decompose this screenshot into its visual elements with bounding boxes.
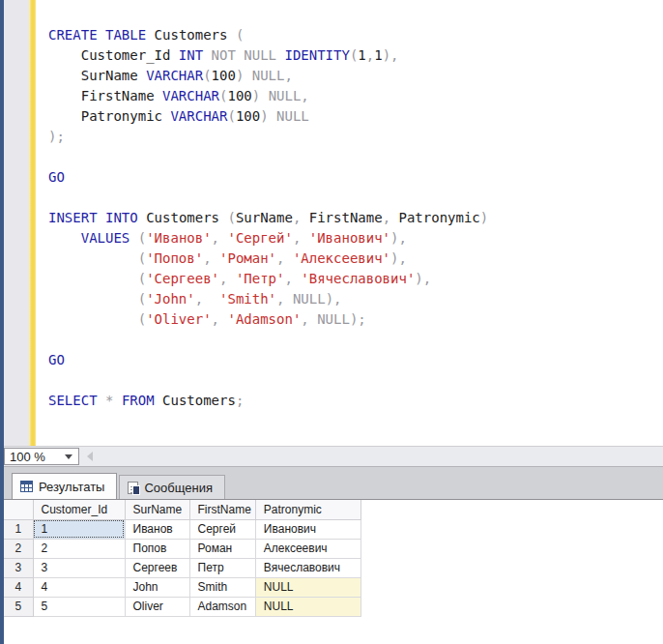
grid-cell[interactable]: Вячеславович	[255, 558, 360, 577]
grid-cell[interactable]: Сергеев	[125, 558, 189, 577]
code-line: ('Попов', 'Роман', 'Алексеевич'),	[48, 249, 663, 269]
row-header[interactable]: 1	[4, 519, 33, 539]
grid-cell[interactable]: Adamson	[189, 597, 255, 616]
grid-cell[interactable]: Иванович	[255, 519, 360, 539]
grid-cell[interactable]: NULL	[255, 577, 360, 597]
table-row: 11ИвановСергейИванович	[4, 519, 360, 539]
grid-cell[interactable]: John	[125, 577, 189, 597]
results-tabstrip: РезультатыСообщения	[4, 467, 663, 499]
grid-cell[interactable]: Сергей	[189, 519, 255, 539]
grid-cell[interactable]: Иванов	[125, 519, 189, 539]
grid-cell[interactable]: Smith	[189, 577, 255, 597]
code-line: CREATE TABLE Customers (	[48, 25, 663, 45]
code-line	[48, 330, 663, 350]
sql-code[interactable]: CREATE TABLE Customers ( Customer_Id INT…	[36, 0, 663, 446]
code-line: ('John', 'Smith', NULL),	[48, 289, 663, 309]
grid-header-row: Customer_IdSurNameFirstNamePatronymic	[4, 500, 360, 519]
code-line: ('Oliver', 'Adamson', NULL);	[48, 309, 663, 330]
editor-status-bar: 100 %	[4, 446, 663, 467]
code-line: FirstName VARCHAR(100) NULL,	[48, 86, 663, 106]
code-line: VALUES ('Иванов', 'Сергей', 'Иванович'),	[48, 228, 663, 249]
tab-messages[interactable]: Сообщения	[119, 475, 225, 499]
grid-cell[interactable]: NULL	[255, 597, 360, 616]
zoom-level-select[interactable]: 100 %	[4, 448, 79, 465]
results-pane: РезультатыСообщения Customer_IdSurNameFi…	[4, 467, 663, 644]
column-header[interactable]: FirstName	[189, 500, 255, 519]
editor-change-tracking-bar	[29, 0, 36, 446]
table-row: 22ПоповРоманАлексеевич	[4, 539, 360, 558]
zoom-level-value: 100 %	[10, 450, 65, 464]
code-line: SELECT * FROM Customers;	[48, 391, 663, 411]
grid-icon	[20, 481, 33, 492]
column-header[interactable]: Patronymic	[255, 500, 360, 519]
grid-cell[interactable]: 1	[33, 519, 125, 539]
row-header[interactable]: 5	[4, 597, 33, 616]
column-header[interactable]: SurName	[125, 500, 189, 519]
code-line: Customer_Id INT NOT NULL IDENTITY(1,1),	[48, 45, 663, 66]
table-row: 55OliverAdamsonNULL	[4, 597, 360, 616]
table-row: 33СергеевПетрВячеславович	[4, 558, 360, 577]
tab-label: Сообщения	[144, 481, 213, 495]
grid-cell[interactable]: Попов	[125, 539, 189, 558]
sql-editor[interactable]: CREATE TABLE Customers ( Customer_Id INT…	[4, 0, 663, 446]
chevron-down-icon	[65, 454, 72, 459]
row-header[interactable]: 2	[4, 539, 33, 558]
grid-cell[interactable]: Алексеевич	[255, 539, 360, 558]
scroll-left-arrow-icon[interactable]	[87, 452, 93, 461]
table-row: 44JohnSmithNULL	[4, 577, 360, 597]
grid-cell[interactable]: 3	[33, 558, 125, 577]
tab-results[interactable]: Результаты	[12, 473, 117, 499]
code-line: SurName VARCHAR(100) NULL,	[48, 66, 663, 86]
grid-cell[interactable]: Oliver	[125, 597, 189, 616]
code-line: Patronymic VARCHAR(100) NULL	[48, 106, 663, 127]
grid-cell[interactable]: 5	[33, 597, 125, 616]
messages-icon	[128, 482, 138, 494]
grid-cell[interactable]: Роман	[189, 539, 255, 558]
row-header[interactable]: 3	[4, 558, 33, 577]
code-line: );	[48, 127, 663, 147]
grid-cell[interactable]: 2	[33, 539, 125, 558]
code-line: ('Сергеев', 'Петр', 'Вячеславович'),	[48, 269, 663, 289]
grid-cell[interactable]: Петр	[189, 558, 255, 577]
horizontal-scrollbar[interactable]	[79, 447, 663, 466]
results-grid-area: Customer_IdSurNameFirstNamePatronymic11И…	[4, 499, 663, 644]
code-line: GO	[48, 350, 663, 370]
grid-corner-cell[interactable]	[4, 500, 33, 519]
editor-indicator-margin	[4, 0, 29, 446]
column-header[interactable]: Customer_Id	[33, 500, 125, 519]
results-grid: Customer_IdSurNameFirstNamePatronymic11И…	[4, 500, 361, 617]
ssms-query-window: CREATE TABLE Customers ( Customer_Id INT…	[0, 0, 663, 644]
tab-label: Результаты	[39, 480, 104, 494]
code-line	[48, 147, 663, 167]
code-line	[48, 370, 663, 391]
code-line: GO	[48, 167, 663, 188]
grid-cell[interactable]: 4	[33, 577, 125, 597]
code-line: INSERT INTO Customers (SurName, FirstNam…	[48, 208, 663, 228]
code-line	[48, 188, 663, 208]
row-header[interactable]: 4	[4, 577, 33, 597]
